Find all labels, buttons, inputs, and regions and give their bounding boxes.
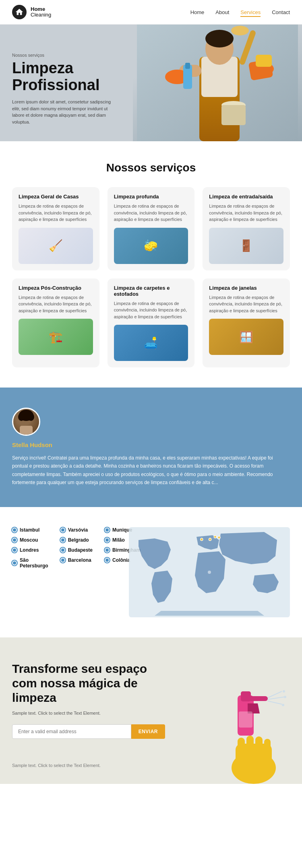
submit-button[interactable]: ENVIAR <box>131 724 165 739</box>
svg-rect-13 <box>256 55 272 67</box>
svg-point-25 <box>201 538 203 540</box>
service-card-title: Limpeza de janelas <box>209 285 283 291</box>
nav-links: Home About Services Contact <box>190 8 290 16</box>
svg-point-4 <box>205 30 234 47</box>
service-card-image: 🧹 <box>19 228 93 264</box>
service-card: Limpeza de carpetes e estofados Limpeza … <box>108 278 195 368</box>
city-column-1: Istambul Moscou Londres São Petersburgo <box>12 527 48 573</box>
home-clean-icon <box>15 8 24 16</box>
services-section: Nossos serviços Limpeza Geral de Casas L… <box>0 141 302 388</box>
svg-rect-32 <box>264 739 271 752</box>
service-card-desc: Limpeza de rotina de espaços de convivên… <box>114 203 188 223</box>
svg-point-41 <box>284 696 286 698</box>
service-card: Limpeza de entrada/saída Limpeza de roti… <box>203 187 290 270</box>
svg-rect-31 <box>255 736 263 752</box>
city-item: Belgrado <box>60 537 93 543</box>
city-name: Istambul <box>20 527 39 533</box>
svg-rect-30 <box>246 736 254 752</box>
avatar <box>13 409 39 435</box>
hero-title: Limpeza Profissional <box>12 60 117 94</box>
hero-description: Lorem ipsum dolor sit amet, consetetur s… <box>12 99 117 125</box>
svg-line-38 <box>268 697 284 699</box>
hero-image <box>133 25 302 141</box>
nav-about[interactable]: About <box>215 9 229 15</box>
city-dot <box>60 538 65 542</box>
svg-rect-9 <box>185 63 190 69</box>
testimonial-section: Stella Hudson Serviço incrível! Contrate… <box>0 388 302 507</box>
service-card-desc: Limpeza de rotina de espaços de convivên… <box>209 203 283 223</box>
city-column-2: Varsóvia Belgrado Budapeste Barcelona <box>60 527 93 573</box>
logo-text: Home Cleaning <box>31 6 51 18</box>
city-name: Varsóvia <box>68 527 88 533</box>
testimonial-text: Serviço incrível! Contratei para uma lim… <box>12 454 274 487</box>
cta-title: Transforme seu espaço com nossa mágica d… <box>12 662 165 705</box>
hero-illustration <box>137 25 298 141</box>
svg-rect-29 <box>238 738 245 752</box>
city-dot <box>60 558 65 563</box>
service-card: Limpeza Pós-Construção Limpeza de rotina… <box>12 278 99 368</box>
svg-point-19 <box>28 413 34 421</box>
city-dot <box>12 561 17 565</box>
city-name: Londres <box>20 547 39 553</box>
hero-section: Nossos serviços Limpeza Profissional Lor… <box>0 25 302 141</box>
service-card-desc: Limpeza de rotina de espaços de convivên… <box>19 294 93 314</box>
svg-point-22 <box>208 571 211 574</box>
city-item: Londres <box>12 547 48 553</box>
service-card-desc: Limpeza de rotina de espaços de convivên… <box>19 203 93 223</box>
city-name: Milão <box>112 537 125 543</box>
nav-home[interactable]: Home <box>190 9 205 15</box>
city-dot <box>12 548 17 553</box>
city-name: Belgrado <box>68 537 89 543</box>
map-section: Istambul Moscou Londres São Petersburgo … <box>0 507 302 637</box>
city-name: São Petersburgo <box>20 557 48 569</box>
service-card: Limpeza de janelas Limpeza de rotina de … <box>203 278 290 368</box>
email-input[interactable] <box>12 724 131 739</box>
services-grid: Limpeza Geral de Casas Limpeza de rotina… <box>12 187 290 367</box>
cta-spray-illustration <box>213 679 294 784</box>
testimonial-name: Stella Hudson <box>12 441 290 448</box>
service-card-title: Limpeza de carpetes e estofados <box>114 285 188 297</box>
city-dot <box>60 528 65 532</box>
city-item: Budapeste <box>60 547 93 553</box>
svg-point-11 <box>231 26 249 35</box>
svg-point-24 <box>214 535 216 538</box>
service-card-title: Limpeza Pós-Construção <box>19 285 93 291</box>
city-name: Budapeste <box>68 547 93 553</box>
svg-rect-15 <box>221 105 246 125</box>
service-card-desc: Limpeza de rotina de espaços de convivên… <box>209 294 283 314</box>
service-card-title: Limpeza profunda <box>114 194 188 200</box>
service-card-desc: Limpeza de rotina de espaços de convivên… <box>114 300 188 320</box>
service-card-image: 🧽 <box>114 228 188 264</box>
service-card-image: 🚪 <box>209 228 283 264</box>
services-title: Nossos serviços <box>12 161 290 174</box>
city-item: Istambul <box>12 527 48 533</box>
logo[interactable]: Home Cleaning <box>12 5 51 19</box>
service-card-title: Limpeza de entrada/saída <box>209 194 283 200</box>
city-dot <box>105 528 110 532</box>
city-name: Moscou <box>20 537 38 543</box>
city-dot <box>105 548 110 553</box>
cta-form: ENVIAR <box>12 724 165 739</box>
testimonial-avatar-wrap <box>12 408 40 436</box>
city-dot <box>60 548 65 553</box>
nav-contact[interactable]: Contact <box>272 9 290 15</box>
city-item: Barcelona <box>60 557 93 563</box>
svg-point-42 <box>282 704 284 706</box>
city-item: Moscou <box>12 537 48 543</box>
map-visual <box>129 527 290 617</box>
svg-point-23 <box>209 538 211 540</box>
logo-icon <box>12 5 27 19</box>
city-name: Barcelona <box>68 557 91 563</box>
service-card: Limpeza profunda Limpeza de rotina de es… <box>108 187 195 270</box>
service-card: Limpeza Geral de Casas Limpeza de rotina… <box>12 187 99 270</box>
service-card-image: 🛋️ <box>114 325 188 361</box>
nav-services[interactable]: Services <box>240 9 261 17</box>
hero-content: Nossos serviços Limpeza Profissional Lor… <box>12 53 117 125</box>
svg-line-37 <box>268 691 282 698</box>
city-dot <box>105 538 110 542</box>
navigation: Home Cleaning Home About Services Contac… <box>0 0 302 25</box>
city-name: Colônia <box>112 557 130 563</box>
world-map <box>129 527 290 617</box>
svg-rect-36 <box>239 711 252 728</box>
svg-point-40 <box>283 690 285 693</box>
